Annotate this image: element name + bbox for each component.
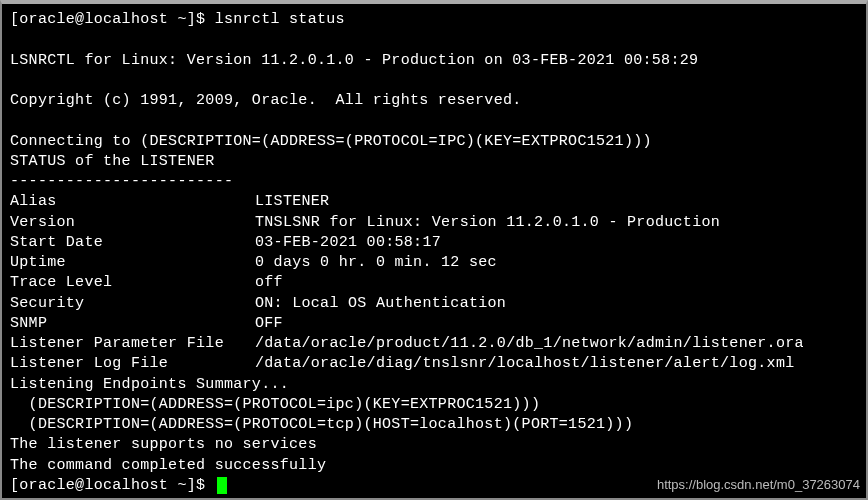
field-param-file: Listener Parameter File /data/oracle/pro… — [10, 334, 858, 354]
divider-line: ------------------------ — [10, 172, 858, 192]
blank-line — [10, 111, 858, 131]
field-label: Trace Level — [10, 273, 255, 293]
status-header: STATUS of the LISTENER — [10, 152, 858, 172]
endpoint-line: (DESCRIPTION=(ADDRESS=(PROTOCOL=ipc)(KEY… — [10, 395, 858, 415]
field-value: OFF — [255, 314, 283, 334]
field-label: SNMP — [10, 314, 255, 334]
supports-line: The listener supports no services — [10, 435, 858, 455]
banner-line: LSNRCTL for Linux: Version 11.2.0.1.0 - … — [10, 51, 858, 71]
completed-line: The command completed successfully — [10, 456, 858, 476]
blank-line — [10, 71, 858, 91]
field-label: Start Date — [10, 233, 255, 253]
field-label: Version — [10, 213, 255, 233]
field-label: Alias — [10, 192, 255, 212]
field-value: 0 days 0 hr. 0 min. 12 sec — [255, 253, 497, 273]
shell-prompt: [oracle@localhost ~]$ — [10, 11, 215, 28]
field-value: /data/oracle/diag/tnslsnr/localhost/list… — [255, 354, 794, 374]
field-label: Listener Log File — [10, 354, 255, 374]
blank-line — [10, 30, 858, 50]
field-start-date: Start Date 03-FEB-2021 00:58:17 — [10, 233, 858, 253]
field-log-file: Listener Log File /data/oracle/diag/tnsl… — [10, 354, 858, 374]
endpoint-line: (DESCRIPTION=(ADDRESS=(PROTOCOL=tcp)(HOS… — [10, 415, 858, 435]
field-value: /data/oracle/product/11.2.0/db_1/network… — [255, 334, 804, 354]
field-value: TNSLSNR for Linux: Version 11.2.0.1.0 - … — [255, 213, 720, 233]
field-snmp: SNMP OFF — [10, 314, 858, 334]
field-uptime: Uptime 0 days 0 hr. 0 min. 12 sec — [10, 253, 858, 273]
field-label: Uptime — [10, 253, 255, 273]
command-text: lsnrctl status — [215, 11, 345, 28]
shell-prompt: [oracle@localhost ~]$ — [10, 477, 215, 494]
field-security: Security ON: Local OS Authentication — [10, 294, 858, 314]
field-value: off — [255, 273, 283, 293]
field-label: Listener Parameter File — [10, 334, 255, 354]
field-value: LISTENER — [255, 192, 329, 212]
connecting-line: Connecting to (DESCRIPTION=(ADDRESS=(PRO… — [10, 132, 858, 152]
cursor-icon — [217, 477, 227, 494]
copyright-line: Copyright (c) 1991, 2009, Oracle. All ri… — [10, 91, 858, 111]
field-trace-level: Trace Level off — [10, 273, 858, 293]
prompt-line-1[interactable]: [oracle@localhost ~]$ lsnrctl status — [10, 10, 858, 30]
field-label: Security — [10, 294, 255, 314]
endpoints-header: Listening Endpoints Summary... — [10, 375, 858, 395]
field-alias: Alias LISTENER — [10, 192, 858, 212]
field-version: Version TNSLSNR for Linux: Version 11.2.… — [10, 213, 858, 233]
field-value: 03-FEB-2021 00:58:17 — [255, 233, 441, 253]
watermark-text: https://blog.csdn.net/m0_37263074 — [657, 476, 860, 494]
field-value: ON: Local OS Authentication — [255, 294, 506, 314]
